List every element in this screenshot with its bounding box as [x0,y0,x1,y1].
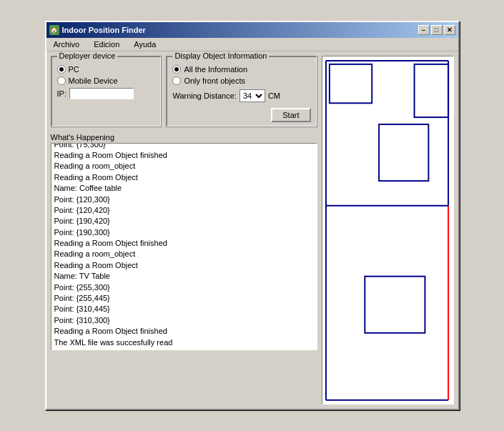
ip-input[interactable] [69,88,134,99]
all-info-label: All the Information [184,65,247,74]
warning-unit: CM [268,91,280,100]
maximize-button[interactable]: □ [431,25,443,35]
minimize-button[interactable]: – [418,25,430,35]
all-info-option: All the Information [172,65,310,74]
log-line: Reading a Room Object finished [54,238,314,249]
log-line: Name: TV Table [54,271,314,282]
menu-edicion[interactable]: Edicion [89,39,124,49]
warning-row: Warning Distance: 34 10 20 50 CM [172,89,310,102]
log-line: Reading a Room Object [54,260,314,271]
ip-row: IP: [57,88,156,99]
svg-rect-2 [379,124,428,181]
display-radio-group: All the Information Only front objects [172,65,310,85]
app-icon: 🏠 [49,25,59,35]
deployer-legend: Deployer device [57,51,118,60]
mobile-option: Mobile Device [57,76,156,85]
all-info-radio[interactable] [172,65,181,74]
log-line: Reading a room_object [54,161,314,172]
log-line: Reading a Room Object [54,172,314,183]
log-line: Reading a room_object [54,249,314,259]
deployer-radio-group: PC Mobile Device [57,65,156,85]
svg-rect-3 [414,64,448,117]
menubar: Archivo Edicion Ayuda [46,38,458,51]
title-bar-left: 🏠 Indoor Position Finder [49,25,146,35]
warning-select[interactable]: 34 10 20 50 [239,89,265,102]
front-only-label: Only front objects [184,76,245,85]
content-area: Deployer device PC Mobile Device IP: [46,51,458,410]
title-buttons: – □ ✕ [418,25,455,35]
log-line: Point: {255,300} [54,282,314,293]
log-line: Point: {190,300} [54,227,314,238]
main-window: 🏠 Indoor Position Finder – □ ✕ Archivo E… [45,21,460,411]
svg-rect-4 [365,276,425,332]
pc-option: PC [57,65,156,74]
log-line: Point: {255,445} [54,293,314,304]
display-legend: Display Object Information [172,51,269,60]
title-bar: 🏠 Indoor Position Finder – □ ✕ [46,22,458,38]
log-line: Point: {120,420} [54,205,314,216]
controls-row: Start [172,104,310,122]
pc-radio[interactable] [57,65,66,74]
pc-label: PC [69,65,79,74]
deployer-device-box: Deployer device PC Mobile Device IP: [51,56,162,127]
log-area[interactable]: Point: {50,150}Point: {200,150}Point: {2… [51,143,317,350]
mobile-radio[interactable] [57,76,66,85]
display-info-box: Display Object Information All the Infor… [166,56,317,127]
svg-rect-1 [329,64,371,103]
mobile-label: Mobile Device [69,76,118,85]
ip-label: IP: [57,89,66,98]
warning-label: Warning Distance: [172,91,236,100]
close-button[interactable]: ✕ [444,25,455,35]
left-panel: Deployer device PC Mobile Device IP: [51,56,317,405]
log-line: Point: {120,300} [54,194,314,205]
map-panel [322,56,454,405]
window-title: Indoor Position Finder [62,26,146,34]
log-label: What's Happening [51,133,317,142]
log-section: What's Happening Point: {50,150}Point: {… [51,133,317,350]
front-only-radio[interactable] [172,76,181,85]
top-panels: Deployer device PC Mobile Device IP: [51,56,317,127]
log-line: Point: {75,300} [54,143,314,150]
menu-ayuda[interactable]: Ayuda [129,39,160,49]
log-line: Point: {190,420} [54,216,314,227]
floor-map [322,56,453,405]
menu-archivo[interactable]: Archivo [49,39,84,49]
log-line: Point: {310,445} [54,304,314,314]
log-line: Name: Coffee table [54,183,314,194]
front-only-option: Only front objects [172,76,310,85]
log-line: Reading a Room Object finished [54,326,314,337]
log-line: Reading a Room Object finished [54,150,314,161]
log-line: The XML file was succesfully read [54,337,314,348]
start-button[interactable]: Start [271,108,310,122]
log-line: Point: {310,300} [54,315,314,326]
